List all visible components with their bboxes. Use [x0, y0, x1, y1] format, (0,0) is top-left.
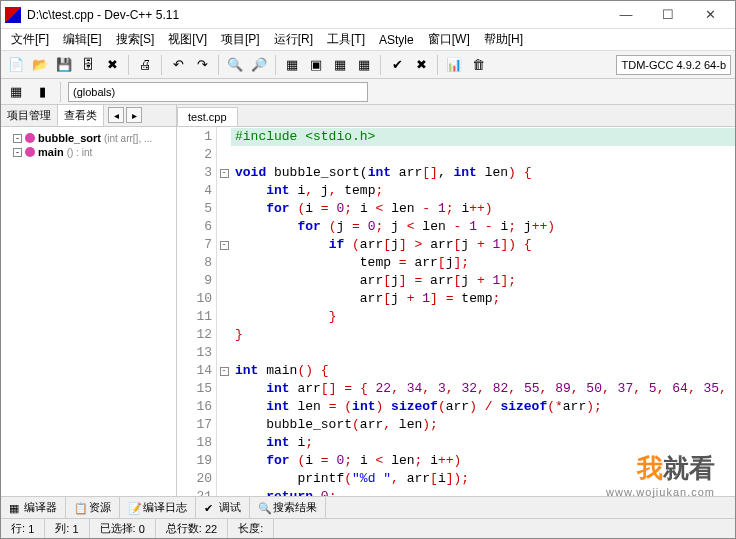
code-line[interactable]: bubble_sort(arr, len);: [231, 416, 735, 434]
code-line[interactable]: void bubble_sort(int arr[], int len) {: [231, 164, 735, 182]
menu-item[interactable]: AStyle: [373, 31, 420, 49]
undo-icon[interactable]: ↶: [167, 54, 189, 76]
code-line[interactable]: [231, 146, 735, 164]
open-icon[interactable]: 📂: [29, 54, 51, 76]
redo-icon[interactable]: ↷: [191, 54, 213, 76]
fold-cell[interactable]: [217, 146, 231, 164]
nav-back-icon[interactable]: ◂: [108, 107, 124, 123]
debug-icon[interactable]: ✔: [386, 54, 408, 76]
menu-item[interactable]: 搜索[S]: [110, 29, 161, 50]
find-icon[interactable]: 🔍: [224, 54, 246, 76]
code-line[interactable]: for (j = 0; j < len - 1 - i; j++): [231, 218, 735, 236]
fold-cell[interactable]: [217, 326, 231, 344]
bookmark-icon[interactable]: ▮: [31, 81, 53, 103]
fold-cell[interactable]: [217, 470, 231, 488]
bottom-tab[interactable]: 🔍搜索结果: [250, 497, 326, 518]
expand-icon[interactable]: -: [13, 134, 22, 143]
fold-cell[interactable]: -: [217, 236, 231, 254]
fold-cell[interactable]: [217, 398, 231, 416]
bottom-tab[interactable]: 📋资源: [66, 497, 120, 518]
tree-item[interactable]: -bubble_sort(int arr[], ...: [3, 131, 174, 145]
code-line[interactable]: if (arr[j] > arr[j + 1]) {: [231, 236, 735, 254]
code-line[interactable]: }: [231, 326, 735, 344]
scope-combo[interactable]: (globals): [68, 82, 368, 102]
replace-icon[interactable]: 🔎: [248, 54, 270, 76]
bottom-tab[interactable]: ✔调试: [196, 497, 250, 518]
code-line[interactable]: arr[j] = arr[j + 1];: [231, 272, 735, 290]
menu-item[interactable]: 运行[R]: [268, 29, 319, 50]
print-icon[interactable]: 🖨: [134, 54, 156, 76]
fold-box-icon[interactable]: -: [220, 169, 229, 178]
save-icon[interactable]: 💾: [53, 54, 75, 76]
compile-icon[interactable]: ▦: [281, 54, 303, 76]
menu-item[interactable]: 帮助[H]: [478, 29, 529, 50]
menu-item[interactable]: 工具[T]: [321, 29, 371, 50]
line-number: 12: [177, 326, 216, 344]
code-line[interactable]: int i, j, temp;: [231, 182, 735, 200]
fold-column[interactable]: ---: [217, 127, 231, 496]
rebuild-icon[interactable]: ▦: [353, 54, 375, 76]
close-file-icon[interactable]: ✖: [101, 54, 123, 76]
fold-cell[interactable]: [217, 488, 231, 496]
code-line[interactable]: temp = arr[j];: [231, 254, 735, 272]
profile-icon[interactable]: 📊: [443, 54, 465, 76]
code-line[interactable]: int len = (int) sizeof(arr) / sizeof(*ar…: [231, 398, 735, 416]
menu-item[interactable]: 视图[V]: [162, 29, 213, 50]
fold-box-icon[interactable]: -: [220, 367, 229, 376]
editor-tab[interactable]: test.cpp: [177, 107, 238, 126]
code-line[interactable]: arr[j + 1] = temp;: [231, 290, 735, 308]
code-line[interactable]: int i;: [231, 434, 735, 452]
goto-icon[interactable]: ▦: [5, 81, 27, 103]
code-line[interactable]: int main() {: [231, 362, 735, 380]
code-line[interactable]: #include <stdio.h>: [231, 128, 735, 146]
fold-cell[interactable]: [217, 380, 231, 398]
close-button[interactable]: ✕: [689, 3, 731, 27]
fold-cell[interactable]: -: [217, 164, 231, 182]
fold-cell[interactable]: [217, 290, 231, 308]
save-all-icon[interactable]: 🗄: [77, 54, 99, 76]
compile-run-icon[interactable]: ▦: [329, 54, 351, 76]
menu-item[interactable]: 文件[F]: [5, 29, 55, 50]
minimize-button[interactable]: —: [605, 3, 647, 27]
fold-cell[interactable]: [217, 308, 231, 326]
fold-cell[interactable]: [217, 452, 231, 470]
compiler-combo[interactable]: TDM-GCC 4.9.2 64-b: [616, 55, 731, 75]
code-line[interactable]: }: [231, 308, 735, 326]
fold-cell[interactable]: [217, 344, 231, 362]
code-line[interactable]: printf("%d ", arr[i]);: [231, 470, 735, 488]
nav-fwd-icon[interactable]: ▸: [126, 107, 142, 123]
fold-cell[interactable]: [217, 434, 231, 452]
fold-cell[interactable]: [217, 182, 231, 200]
toolbar-context: ▦ ▮ (globals): [1, 79, 735, 105]
code-line[interactable]: for (i = 0; i < len; i++): [231, 452, 735, 470]
fold-cell[interactable]: [217, 254, 231, 272]
bottom-tab[interactable]: 📝编译日志: [120, 497, 196, 518]
code-line[interactable]: for (i = 0; i < len - 1; i++): [231, 200, 735, 218]
menu-item[interactable]: 窗口[W]: [422, 29, 476, 50]
maximize-button[interactable]: ☐: [647, 3, 689, 27]
expand-icon[interactable]: -: [13, 148, 22, 157]
fold-cell[interactable]: [217, 416, 231, 434]
fold-cell[interactable]: [217, 200, 231, 218]
fold-cell[interactable]: [217, 272, 231, 290]
fold-box-icon[interactable]: -: [220, 241, 229, 250]
new-file-icon[interactable]: 📄: [5, 54, 27, 76]
code-content[interactable]: #include <stdio.h>void bubble_sort(int a…: [231, 127, 735, 496]
bottom-tab[interactable]: ▦编译器: [1, 497, 66, 518]
code-line[interactable]: int arr[] = { 22, 34, 3, 32, 82, 55, 89,…: [231, 380, 735, 398]
code-line[interactable]: [231, 344, 735, 362]
tab-class-view[interactable]: 查看类: [58, 105, 104, 126]
fold-cell[interactable]: [217, 218, 231, 236]
status-col: 列: 1: [45, 519, 89, 538]
tree-item[interactable]: -main() : int: [3, 145, 174, 159]
code-line[interactable]: return 0;: [231, 488, 735, 496]
stop-icon[interactable]: ✖: [410, 54, 432, 76]
tab-project[interactable]: 项目管理: [1, 105, 58, 126]
code-editor[interactable]: 12345678910111213141516171819202122 --- …: [177, 127, 735, 496]
menu-item[interactable]: 编辑[E]: [57, 29, 108, 50]
fold-cell[interactable]: [217, 128, 231, 146]
delete-profile-icon[interactable]: 🗑: [467, 54, 489, 76]
menu-item[interactable]: 项目[P]: [215, 29, 266, 50]
fold-cell[interactable]: -: [217, 362, 231, 380]
run-icon[interactable]: ▣: [305, 54, 327, 76]
